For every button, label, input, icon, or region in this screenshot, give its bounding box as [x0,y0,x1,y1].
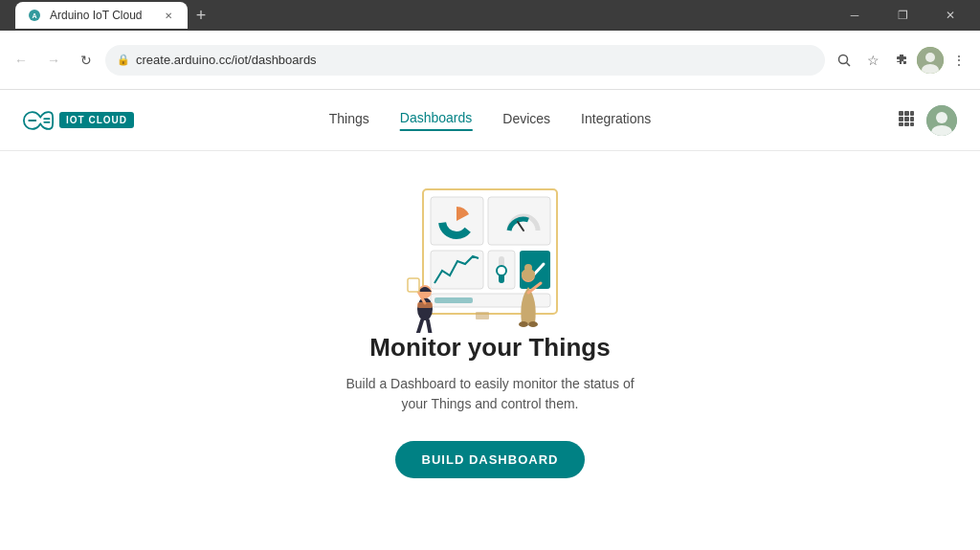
logo-area: IOT CLOUD [23,111,134,130]
hero-title: Monitor your Things [369,333,610,363]
apps-grid-icon[interactable] [898,110,915,131]
svg-line-37 [428,320,431,333]
hero-subtitle-line1: Build a Dashboard to easily monitor the … [345,376,634,391]
build-dashboard-button[interactable]: BUILD DASHBOARD [395,441,586,478]
svg-rect-12 [910,117,914,121]
back-button[interactable]: ← [8,47,34,74]
new-tab-button[interactable]: + [188,2,214,29]
browser-toolbar: ☆ ⋮ [831,47,972,74]
nav-links: Things Dashboards Devices Integrations [329,110,652,131]
hero-subtitle: Build a Dashboard to easily monitor the … [345,374,634,414]
nav-things[interactable]: Things [329,111,369,130]
tab-favicon: A [27,8,42,23]
tab-area: A Arduino IoT Cloud ✕ + [8,2,222,29]
svg-rect-35 [408,278,419,292]
svg-point-2 [839,55,848,63]
arduino-logo-icon [23,111,54,130]
svg-rect-46 [476,312,489,319]
svg-rect-15 [910,122,914,126]
refresh-button[interactable]: ↻ [73,47,100,74]
minimize-button[interactable]: ─ [833,0,877,31]
illustration-svg [394,180,586,333]
browser-tab[interactable]: A Arduino IoT Cloud ✕ [15,2,188,29]
user-avatar[interactable] [926,105,957,136]
main-content: Monitor your Things Build a Dashboard to… [0,151,980,507]
menu-icon-btn[interactable]: ⋮ [946,47,972,74]
svg-line-3 [847,62,851,66]
svg-rect-9 [910,111,914,116]
nav-dashboards[interactable]: Dashboards [400,110,473,131]
close-button[interactable]: ✕ [928,0,972,31]
window-controls: ─ ❐ ✕ [833,0,972,31]
header-right [898,105,957,136]
svg-rect-14 [904,122,909,126]
title-bar: A Arduino IoT Cloud ✕ + ─ ❐ ✕ [0,0,980,31]
browser-chrome: A Arduino IoT Cloud ✕ + ─ ❐ ✕ ← → ↻ 🔒 cr… [0,0,980,90]
tab-title: Arduino IoT Cloud [50,9,143,22]
nav-devices[interactable]: Devices [502,111,550,130]
iot-cloud-badge: IOT CLOUD [59,112,134,128]
svg-rect-7 [899,111,903,116]
hero-illustration [394,180,586,333]
hero-subtitle-line2: your Things and control them. [402,396,579,411]
extensions-icon-btn[interactable] [888,47,915,74]
svg-point-45 [528,321,538,327]
app-header: IOT CLOUD Things Dashboards Devices Inte… [0,90,980,151]
profile-avatar[interactable] [917,47,944,74]
svg-point-28 [497,266,506,275]
svg-rect-11 [904,117,909,121]
svg-rect-8 [904,111,909,116]
svg-point-5 [925,53,935,62]
svg-rect-40 [417,302,433,308]
star-icon-btn[interactable]: ☆ [859,47,886,74]
lock-icon: 🔒 [117,54,130,66]
svg-text:A: A [32,12,36,19]
tab-close-button[interactable]: ✕ [161,8,176,23]
url-text: create.arduino.cc/iot/dashboards [136,53,813,67]
svg-line-36 [417,320,422,333]
svg-rect-13 [899,122,903,126]
svg-point-44 [519,321,528,327]
forward-button[interactable]: → [40,47,67,74]
maximize-button[interactable]: ❐ [880,0,924,31]
svg-rect-29 [520,251,550,289]
search-icon-btn[interactable] [831,47,858,74]
nav-integrations[interactable]: Integrations [581,111,651,130]
svg-point-17 [936,112,947,123]
svg-point-42 [524,264,532,272]
svg-rect-10 [899,117,903,121]
svg-rect-31 [434,297,473,303]
url-bar[interactable]: 🔒 create.arduino.cc/iot/dashboards [105,45,825,76]
address-bar: ← → ↻ 🔒 create.arduino.cc/iot/dashboards… [0,31,980,90]
